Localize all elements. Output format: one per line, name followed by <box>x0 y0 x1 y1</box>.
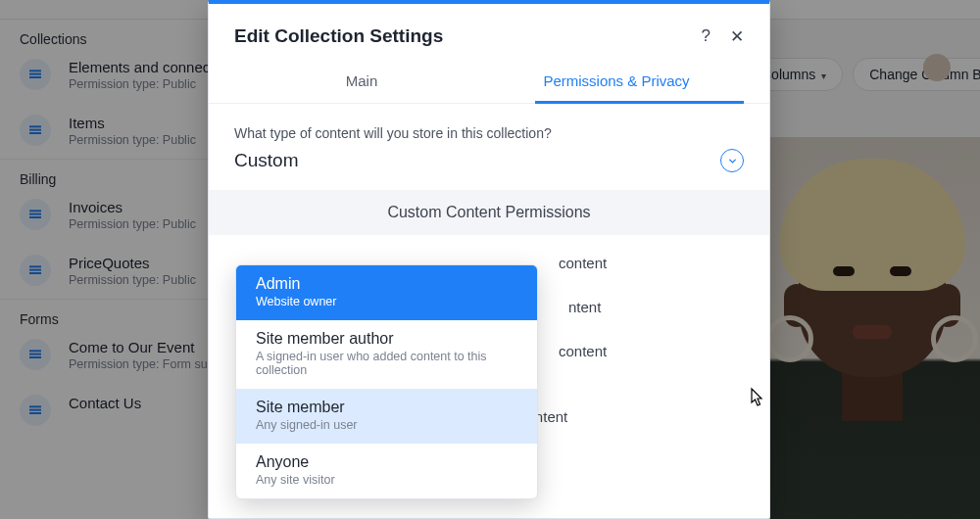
content-type-dropdown-toggle[interactable] <box>720 149 744 172</box>
role-dropdown-panel: Admin Website owner Site member author A… <box>235 264 538 499</box>
dropdown-option-title: Site member <box>256 399 517 416</box>
dropdown-option-site-member-author[interactable]: Site member author A signed-in user who … <box>236 320 537 389</box>
close-icon[interactable]: ✕ <box>730 26 744 47</box>
dropdown-option-subtitle: Any site visitor <box>256 473 517 487</box>
modal-tabs: Main Permissions & Privacy <box>234 61 744 103</box>
dropdown-option-anyone[interactable]: Anyone Any site visitor <box>236 444 537 498</box>
dropdown-option-subtitle: Any signed-in user <box>256 418 517 432</box>
tab-permissions-privacy[interactable]: Permissions & Privacy <box>489 61 744 103</box>
tab-main[interactable]: Main <box>234 61 489 103</box>
modal-title: Edit Collection Settings <box>234 25 443 47</box>
dropdown-option-admin[interactable]: Admin Website owner <box>236 265 537 320</box>
content-type-question: What type of content will you store in t… <box>234 125 744 141</box>
permission-action: content <box>559 255 607 271</box>
dropdown-option-site-member[interactable]: Site member Any signed-in user <box>236 389 537 444</box>
permission-action: content <box>559 343 607 359</box>
dropdown-option-title: Admin <box>256 275 517 293</box>
dropdown-option-title: Site member author <box>256 330 517 348</box>
dropdown-option-subtitle: Website owner <box>256 295 517 308</box>
dropdown-option-title: Anyone <box>256 453 517 471</box>
dropdown-option-subtitle: A signed-in user who added content to th… <box>256 350 517 377</box>
chevron-down-icon <box>727 156 738 166</box>
permissions-banner: Custom Content Permissions <box>209 190 769 235</box>
content-type-value: Custom <box>234 150 298 171</box>
help-icon[interactable]: ? <box>702 26 710 46</box>
permission-action: ntent <box>568 299 601 315</box>
